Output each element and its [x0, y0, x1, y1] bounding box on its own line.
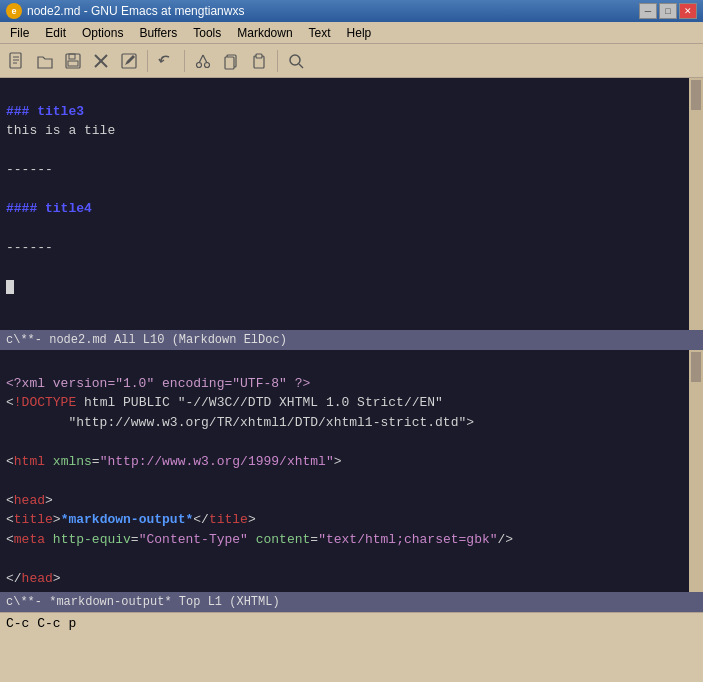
dash-2: ------ — [6, 240, 53, 255]
save-file-button[interactable] — [60, 48, 86, 74]
top-scrollbar[interactable] — [689, 78, 703, 330]
undo-button[interactable] — [153, 48, 179, 74]
title-bar: e node2.md - GNU Emacs at mengtianwxs ─ … — [0, 0, 703, 22]
heading-title4: #### title4 — [6, 201, 92, 216]
xml-head-close: </head> — [6, 571, 61, 586]
menu-edit[interactable]: Edit — [39, 24, 72, 42]
close-button[interactable]: ✕ — [679, 3, 697, 19]
toolbar — [0, 44, 703, 78]
xml-pi: <?xml version="1.0" encoding="UTF-8" ?> — [6, 376, 310, 391]
top-editor-container: ### title3 this is a tile ------ #### ti… — [0, 78, 703, 330]
xml-doctype-url: "http://www.w3.org/TR/xhtml1/DTD/xhtml1-… — [6, 415, 474, 430]
heading-title3: ### title3 — [6, 104, 84, 119]
bottom-editor-container: <?xml version="1.0" encoding="UTF-8" ?> … — [0, 350, 703, 592]
toolbar-separator-3 — [277, 50, 278, 72]
xml-doctype-line: <!DOCTYPE html PUBLIC "-//W3C//DTD XHTML… — [6, 395, 443, 410]
menu-buffers[interactable]: Buffers — [133, 24, 183, 42]
minimize-button[interactable]: ─ — [639, 3, 657, 19]
window-controls: ─ □ ✕ — [639, 3, 697, 19]
bottom-editor-pane[interactable]: <?xml version="1.0" encoding="UTF-8" ?> … — [0, 350, 689, 592]
svg-rect-5 — [69, 54, 75, 59]
svg-point-11 — [205, 62, 210, 67]
top-editor-pane[interactable]: ### title3 this is a tile ------ #### ti… — [0, 78, 689, 330]
app-icon: e — [6, 3, 22, 19]
menu-options[interactable]: Options — [76, 24, 129, 42]
bottom-status-bar: c\**- *markdown-output* Top L1 (XHTML) — [0, 592, 703, 612]
dash-1: ------ — [6, 162, 53, 177]
svg-line-19 — [299, 64, 303, 68]
top-status-text: c\**- node2.md All L10 (Markdown ElDoc) — [6, 333, 287, 347]
new-file-button[interactable] — [4, 48, 30, 74]
copy-button[interactable] — [218, 48, 244, 74]
xml-html-tag: <html xmlns="http://www.w3.org/1999/xhtm… — [6, 454, 342, 469]
svg-point-18 — [290, 55, 300, 65]
svg-point-10 — [197, 62, 202, 67]
bottom-scrollbar-thumb[interactable] — [691, 352, 701, 382]
xml-head-open: <head> — [6, 493, 53, 508]
minibuffer: C-c C-c p — [0, 612, 703, 634]
cursor — [6, 280, 14, 294]
top-status-bar: c\**- node2.md All L10 (Markdown ElDoc) — [0, 330, 703, 350]
title-bar-text: node2.md - GNU Emacs at mengtianwxs — [27, 4, 244, 18]
menu-bar: File Edit Options Buffers Tools Markdown… — [0, 22, 703, 44]
top-editor-content: ### title3 this is a tile ------ #### ti… — [0, 78, 689, 320]
toolbar-separator-1 — [147, 50, 148, 72]
close-buffer-button[interactable] — [88, 48, 114, 74]
svg-rect-15 — [225, 57, 234, 69]
maximize-button[interactable]: □ — [659, 3, 677, 19]
paste-button[interactable] — [246, 48, 272, 74]
minibuffer-text: C-c C-c p — [6, 616, 76, 631]
menu-tools[interactable]: Tools — [187, 24, 227, 42]
text-tile: this is a tile — [6, 123, 115, 138]
svg-rect-6 — [68, 61, 78, 66]
svg-rect-17 — [256, 54, 262, 58]
bottom-editor-content: <?xml version="1.0" encoding="UTF-8" ?> … — [0, 350, 689, 592]
bottom-status-text: c\**- *markdown-output* Top L1 (XHTML) — [6, 595, 280, 609]
menu-help[interactable]: Help — [341, 24, 378, 42]
toolbar-separator-2 — [184, 50, 185, 72]
menu-text[interactable]: Text — [303, 24, 337, 42]
xml-meta-tag: <meta http-equiv="Content-Type" content=… — [6, 532, 513, 547]
top-scrollbar-thumb[interactable] — [691, 80, 701, 110]
search-button[interactable] — [283, 48, 309, 74]
cut-button[interactable] — [190, 48, 216, 74]
write-file-button[interactable] — [116, 48, 142, 74]
open-file-button[interactable] — [32, 48, 58, 74]
menu-markdown[interactable]: Markdown — [231, 24, 298, 42]
svg-line-12 — [199, 55, 203, 63]
bottom-scrollbar[interactable] — [689, 350, 703, 592]
menu-file[interactable]: File — [4, 24, 35, 42]
xml-title-tag: <title>*markdown-output*</title> — [6, 512, 256, 527]
svg-line-13 — [203, 55, 207, 63]
